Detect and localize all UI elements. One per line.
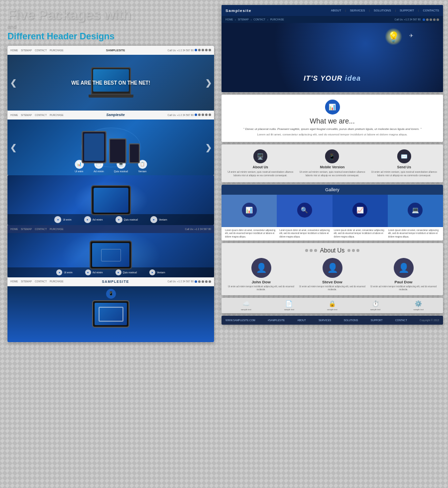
tablet-large-icon — [82, 131, 107, 163]
title-line3: Different Header Designs — [7, 31, 214, 42]
feature-label-4: sample text — [370, 308, 380, 311]
feature-gear: ⚙️ sample text — [398, 300, 439, 311]
feature-lock: 🔒 sample text — [312, 300, 353, 311]
what-we-are-title: What we are... — [226, 117, 438, 125]
what-we-are-body: Lorem ad ilit amet, consectetur adipisci… — [226, 132, 438, 137]
right-hero: 💡 ✈ IT'S YOUR idea — [222, 23, 443, 92]
main-container: Five Packages with and Different Header … — [0, 0, 448, 488]
gallery-section: Gallery 📊 🔍 📈 💻 Lorem ipsum dolor sit am… — [222, 185, 443, 241]
left-column: Five Packages with and Different Header … — [0, 0, 219, 488]
tpl1-arrow-right[interactable]: ❯ — [205, 78, 212, 87]
footer-nav: WWW.SAMPLESITE.COM #SAMPLESITE ABOUT SER… — [222, 316, 443, 325]
service-item-contact: ✉️ Send Us Ut enim ad minim veniam, quis… — [370, 149, 438, 177]
feature-label-5: sample text — [413, 308, 423, 311]
clock-icon: ⏱️ — [372, 300, 379, 307]
services-section: 🖥️ About Us Ut enim ad minim veniam, qui… — [222, 144, 443, 182]
footer-link-about[interactable]: ABOUT — [297, 319, 306, 322]
gallery-text-1: Lorem ipsum dolor sit amet, consectetur … — [224, 229, 278, 239]
feature-label-3: sample text — [327, 308, 337, 311]
tpl2-arrow-right[interactable]: ❯ — [205, 142, 212, 152]
template-5: HOME SITEMAP CONTACT PURCHASE SAMPLESITE… — [7, 277, 214, 342]
tpl2-body: 📊 Ut enim 📄 Ad minim 💻 Quis nostrud — [7, 120, 214, 175]
title-area: Five Packages with and Different Header … — [7, 5, 214, 46]
tpl5-overlay-icon: 📱 — [106, 289, 116, 299]
footer-link-hash[interactable]: #SAMPLESITE — [268, 319, 285, 322]
tpl2-title: Samplesite — [107, 113, 125, 117]
service-title-contact: Send Us — [370, 165, 438, 169]
paper-plane-icon: ✈ — [409, 33, 413, 38]
john-name: John Dow — [225, 280, 297, 284]
footer-link-support[interactable]: SUPPORT — [371, 319, 383, 322]
steve-avatar: 👤 — [323, 258, 342, 278]
right-breadcrumb: HOME › SITEMAP › CONTACT › PURCHASE Call… — [222, 16, 443, 23]
paul-desc: Ut enim ad minim tempor incididunt adipi… — [368, 285, 439, 292]
tpl2-nav: HOME SITEMAP CONTACT PURCHASE Samplesite… — [7, 111, 214, 120]
service-title-about: About Us — [226, 165, 294, 169]
gallery-item-4[interactable]: 💻 — [388, 195, 443, 227]
right-top-preview: Samplesite ABOUT | SERVICES | SOLUTIONS … — [222, 5, 443, 92]
tpl3-icon-3: ● — [115, 216, 122, 223]
footer-link-services[interactable]: SERVICES — [319, 319, 331, 322]
service-title-mobile: Mobile Version — [298, 165, 366, 169]
doc-icon: 📄 — [285, 300, 293, 307]
service-text-contact: Ut enim ad minim veniam, quis nostrud ex… — [370, 170, 438, 177]
john-avatar: 👤 — [251, 258, 271, 278]
feature-doc: 📄 sample text — [269, 300, 310, 311]
steve-desc: Ut enim ad minim tempor incididunt adipi… — [297, 285, 368, 292]
tpl4-body: ● Ut enim ● Ad minim ● Quis nostrud ● — [7, 233, 214, 277]
gallery-text-4: Lorem ipsum dolor sit amet, consectetur … — [387, 229, 441, 239]
phone-icon — [129, 143, 140, 163]
gallery-item-1[interactable]: 📊 — [222, 195, 277, 227]
footer-link-site[interactable]: WWW.SAMPLESITE.COM — [225, 319, 255, 322]
gallery-icon-2: 🔍 — [297, 203, 312, 218]
cloud-icon: ☁️ — [242, 300, 250, 307]
tpl1-arrow-left[interactable]: ❮ — [10, 78, 16, 87]
person-steve: 👤 Steve Dow Ut enim ad minim tempor inci… — [297, 258, 368, 292]
gallery-text-3: Lorem ipsum dolor sit amet, consectetur … — [333, 229, 387, 239]
footer-link-contact[interactable]: CONTACT — [395, 319, 407, 322]
chart-icon: 📊 — [325, 100, 340, 115]
tpl1-headline: WE ARE THE BEST ON THE NET! — [71, 80, 150, 85]
gear-icon: ⚙️ — [415, 300, 422, 307]
tpl4-icon-1: ● — [56, 269, 62, 275]
tpl3-icon-1: ● — [54, 216, 61, 223]
tpl4-icon-4: ● — [149, 269, 155, 275]
lightbulb-icon: 💡 — [383, 28, 403, 53]
tpl5-nav: HOME SITEMAP CONTACT PURCHASE SAMPLESITE… — [7, 277, 214, 286]
tpl3-tablet-icon — [91, 185, 131, 215]
title-line1: Five Packages with — [7, 7, 214, 23]
tpl2-arrow-left[interactable]: ❮ — [10, 142, 16, 152]
service-item-about: 🖥️ About Us Ut enim ad minim veniam, qui… — [226, 149, 294, 177]
gallery-icon-4: 💻 — [408, 203, 423, 218]
tpl1-body: WE ARE THE BEST ON THE NET! ❮ ❯ — [7, 55, 214, 111]
steve-name: Steve Dow — [297, 280, 368, 284]
template-2: HOME SITEMAP CONTACT PURCHASE Samplesite… — [7, 111, 214, 175]
features-bar: ☁️ sample text 📄 sample text 🔒 sample te… — [222, 298, 443, 313]
tpl4-tablet-icon — [90, 241, 132, 269]
send-icon: ✉️ — [397, 149, 411, 163]
gallery-header: Gallery — [222, 185, 443, 195]
title-line2: and — [7, 24, 214, 30]
gallery-item-3[interactable]: 📈 — [333, 195, 388, 227]
paul-name: Paul Dow — [368, 280, 439, 284]
right-column: Samplesite ABOUT | SERVICES | SOLUTIONS … — [219, 0, 448, 488]
service-item-mobile: 📱 Mobile Version Ut enim ad minim veniam… — [298, 149, 366, 177]
gallery-item-2[interactable]: 🔍 — [277, 195, 332, 227]
tpl1-title: SAMPLESITE — [106, 49, 125, 52]
lock-icon: 🔒 — [329, 300, 336, 307]
tpl3-icon-4: ● — [150, 216, 157, 223]
gallery-icon-1: 📊 — [242, 203, 257, 218]
template-1: HOME SITEMAP CONTACT PURCHASE SAMPLESITE… — [7, 46, 214, 111]
tpl5-device-icon — [92, 300, 129, 328]
footer-link-solutions[interactable]: SOLUTIONS — [343, 319, 358, 322]
tpl4-icon-3: ● — [115, 269, 121, 275]
right-hero-text: IT'S YOUR idea — [304, 74, 361, 82]
right-nav: Samplesite ABOUT | SERVICES | SOLUTIONS … — [222, 5, 443, 16]
gallery-text-2: Lorem ipsum dolor sit amet, consectetur … — [278, 229, 332, 239]
tpl5-body: 📱 — [7, 286, 214, 342]
tpl3-icon-2: ● — [84, 216, 91, 223]
about-us-title: About Us — [320, 247, 344, 254]
tpl4-icon-2: ● — [85, 269, 91, 275]
what-we-are-section: 📊 What we are... " Donec ut placerat nul… — [222, 95, 443, 142]
what-we-are-quote: " Donec ut placerat nulla. Praesent sagi… — [226, 127, 438, 130]
